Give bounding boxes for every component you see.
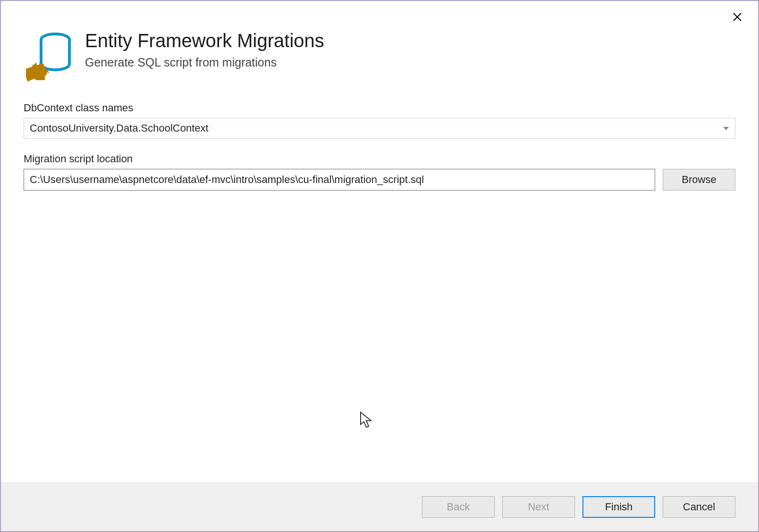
header-titles: Entity Framework Migrations Generate SQL… xyxy=(76,29,735,69)
location-label: Migration script location xyxy=(24,153,735,165)
dialog-title: Entity Framework Migrations xyxy=(85,29,735,52)
dbcontext-select-value: ContosoUniversity.Data.SchoolContext xyxy=(24,118,735,139)
dialog-subtitle: Generate SQL script from migrations xyxy=(85,56,735,69)
next-button[interactable]: Next xyxy=(502,496,575,518)
back-button[interactable]: Back xyxy=(422,496,495,518)
dialog-footer: Back Next Finish Cancel xyxy=(1,482,758,531)
location-input[interactable] xyxy=(24,169,655,191)
dbcontext-select[interactable]: ContosoUniversity.Data.SchoolContext xyxy=(24,118,735,139)
close-icon xyxy=(733,12,742,22)
dbcontext-field-group: DbContext class names ContosoUniversity.… xyxy=(24,102,735,139)
database-migrations-icon xyxy=(26,31,73,83)
finish-button[interactable]: Finish xyxy=(582,496,655,518)
close-button[interactable] xyxy=(730,9,745,25)
cancel-button[interactable]: Cancel xyxy=(663,496,735,518)
dialog-header: Entity Framework Migrations Generate SQL… xyxy=(1,1,758,97)
browse-button[interactable]: Browse xyxy=(663,169,735,191)
dialog-content: DbContext class names ContosoUniversity.… xyxy=(1,97,758,482)
header-icon-area xyxy=(24,29,76,83)
location-row: Browse xyxy=(24,169,735,191)
dbcontext-label: DbContext class names xyxy=(24,102,735,114)
location-field-group: Migration script location Browse xyxy=(24,153,735,191)
migrations-dialog: Entity Framework Migrations Generate SQL… xyxy=(0,0,759,532)
